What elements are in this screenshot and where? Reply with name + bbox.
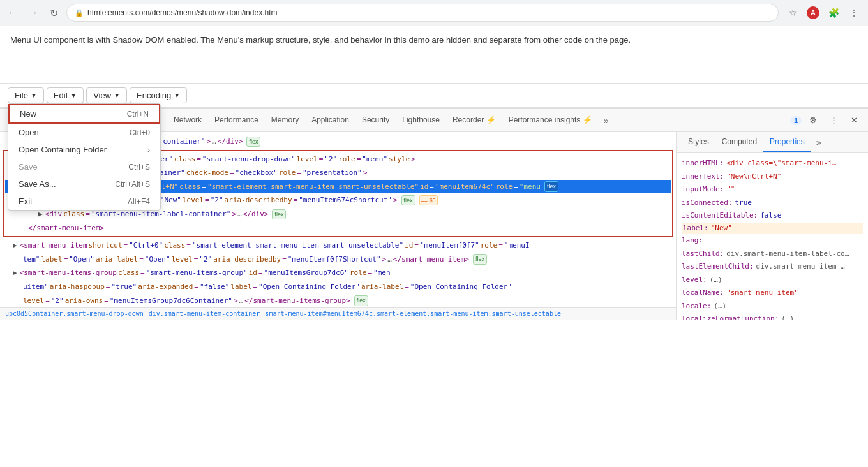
- menu-item-exit-shortcut: Alt+F4: [128, 197, 150, 206]
- tab-application[interactable]: Application: [305, 110, 355, 131]
- menu-item-open-shortcut: Ctrl+0: [130, 128, 150, 137]
- file-menu-label: File: [15, 91, 28, 100]
- devtools-close-icon[interactable]: ✕: [845, 112, 863, 130]
- property-innerhtml: innerHTML: <div class=\"smart-menu-i…: [682, 157, 863, 170]
- menu-bar: File ▼ New Ctrl+N Open Ctrl+0 Open Conta…: [0, 84, 868, 108]
- page-content: Menu UI component is with Shadow DOM ena…: [0, 26, 868, 84]
- profile-icon[interactable]: A: [804, 4, 822, 22]
- element-line[interactable]: </smart-menu-item>: [5, 221, 671, 235]
- encoding-menu-arrow: ▼: [174, 92, 180, 99]
- property-lastelementchild: lastElementChild: div.smart-menu-item-…: [682, 260, 863, 274]
- property-locale: locale: (…): [682, 300, 863, 313]
- menu-item-new[interactable]: New Ctrl+N: [8, 104, 160, 124]
- menu-item-save-shortcut: Ctrl+S: [128, 163, 150, 172]
- bookmark-icon[interactable]: ☆: [784, 4, 802, 22]
- edit-menu-button[interactable]: Edit ▼: [47, 87, 84, 103]
- menu-item-save-as-shortcut: Ctrl+Alt+S: [115, 180, 150, 189]
- lock-icon: 🔒: [75, 9, 84, 17]
- collapse-toggle[interactable]: ▶: [13, 267, 17, 279]
- view-menu-label: View: [93, 91, 111, 100]
- breadcrumb-item[interactable]: div.smart-menu-item-container: [149, 310, 260, 317]
- element-line[interactable]: uitem" aria-haspopup="true" aria-expande…: [0, 280, 676, 294]
- menu-item-open-label: Open: [19, 128, 39, 137]
- menu-item-save-label: Save: [19, 162, 38, 172]
- breadcrumb-bar: upc0d5Container.smart-menu-drop-down div…: [0, 307, 676, 320]
- menu-dots-icon[interactable]: ⋮: [845, 4, 863, 22]
- menu-item-save-as-label: Save As...: [19, 179, 56, 189]
- property-label: label: "New": [682, 223, 863, 235]
- file-menu-arrow: ▼: [31, 92, 37, 99]
- menu-item-save: Save Ctrl+S: [8, 158, 160, 175]
- view-menu-button[interactable]: View ▼: [86, 87, 127, 103]
- property-inputmode: inputMode: "": [682, 183, 863, 196]
- submenu-arrow-icon: ›: [147, 145, 150, 154]
- menu-item-open[interactable]: Open Ctrl+0: [8, 124, 160, 141]
- console-badge: 1: [790, 116, 802, 125]
- collapse-toggle[interactable]: ▶: [13, 240, 17, 251]
- tab-security[interactable]: Security: [355, 110, 396, 131]
- menu-item-save-as[interactable]: Save As... Ctrl+Alt+S: [8, 175, 160, 193]
- tab-lighthouse[interactable]: Lighthouse: [396, 110, 446, 131]
- menu-item-exit[interactable]: Exit Alt+F4: [8, 193, 160, 210]
- devtools-toolbar-icons: 1 ⚙ ⋮ ✕: [790, 112, 863, 130]
- page-description: Menu UI component is with Shadow DOM ena…: [10, 35, 631, 45]
- encoding-menu-button[interactable]: Encoding ▼: [130, 87, 187, 103]
- element-line[interactable]: ▶ <smart-menu-items-group class="smart-m…: [0, 266, 676, 280]
- property-isconnected: isConnected: true: [682, 196, 863, 210]
- property-level: level: (…): [682, 274, 863, 287]
- address-bar[interactable]: 🔒 htmlelements.com/demos/menu/shadow-dom…: [66, 4, 779, 22]
- menu-item-open-folder-label: Open Containing Folder: [19, 145, 107, 154]
- menu-item-new-shortcut: Ctrl+N: [127, 110, 149, 119]
- property-innertext: innerText: "New\nCtrl+N": [682, 170, 863, 184]
- property-lang: lang:: [682, 234, 863, 248]
- menu-item-exit-label: Exit: [19, 196, 33, 206]
- element-line[interactable]: level="2" aria-owns="menuItemsGroup7dc6C…: [0, 294, 676, 307]
- breadcrumb-item[interactable]: smart-menu-item#menuItem674c.smart-eleme…: [265, 310, 561, 317]
- back-button[interactable]: ←: [5, 5, 20, 20]
- property-lastchild: lastChild: div.smart-menu-item-label-co…: [682, 248, 863, 261]
- tab-styles[interactable]: Styles: [682, 132, 715, 152]
- app-area: File ▼ New Ctrl+N Open Ctrl+0 Open Conta…: [0, 84, 868, 108]
- tab-recorder[interactable]: Recorder ⚡: [446, 110, 502, 131]
- devtools-more-icon[interactable]: ⋮: [825, 112, 842, 130]
- forward-button[interactable]: →: [26, 5, 41, 20]
- url-text: htmlelements.com/demos/menu/shadow-dom/i…: [87, 8, 277, 17]
- more-tabs-button[interactable]: »: [601, 113, 611, 128]
- view-menu-arrow: ▼: [114, 92, 120, 99]
- property-localname: localName: "smart-menu-item": [682, 286, 863, 300]
- tab-computed[interactable]: Computed: [715, 132, 763, 152]
- file-menu-container: File ▼ New Ctrl+N Open Ctrl+0 Open Conta…: [8, 87, 44, 103]
- browser-toolbar: ← → ↻ 🔒 htmlelements.com/demos/menu/shad…: [0, 0, 868, 26]
- browser-icons: ☆ A 🧩 ⋮: [784, 4, 863, 22]
- property-localizeformatfunction: localizeFormatFunction: (…): [682, 313, 863, 320]
- encoding-menu-label: Encoding: [137, 91, 171, 100]
- element-line[interactable]: tem" label="Open" aria-label="Open" leve…: [0, 253, 676, 267]
- tab-performance-insights[interactable]: Performance insights ⚡: [502, 110, 599, 131]
- edit-menu-label: Edit: [54, 91, 68, 100]
- extension-icon[interactable]: 🧩: [825, 4, 842, 22]
- property-iscontenteditable: isContentEditable: false: [682, 209, 863, 223]
- edit-menu-arrow: ▼: [70, 92, 77, 99]
- right-panel-tabs: Styles Computed Properties »: [677, 132, 868, 153]
- right-panel-more-button[interactable]: »: [814, 135, 824, 150]
- file-dropdown-menu: New Ctrl+N Open Ctrl+0 Open Containing F…: [8, 103, 161, 211]
- right-panel-content: innerHTML: <div class=\"smart-menu-i… in…: [677, 153, 868, 320]
- menu-item-new-label: New: [20, 109, 36, 119]
- file-menu-button[interactable]: File ▼: [8, 87, 44, 103]
- tab-properties[interactable]: Properties: [763, 132, 811, 152]
- tab-performance[interactable]: Performance: [208, 110, 265, 131]
- menu-item-open-folder[interactable]: Open Containing Folder ›: [8, 141, 160, 158]
- right-panel: Styles Computed Properties » innerHTML: …: [677, 132, 868, 320]
- tab-memory[interactable]: Memory: [265, 110, 305, 131]
- devtools-settings-icon[interactable]: ⚙: [804, 112, 822, 130]
- refresh-button[interactable]: ↻: [46, 5, 61, 20]
- element-line[interactable]: ▶ <smart-menu-item shortcut="Ctrl+0" cla…: [0, 239, 676, 253]
- tab-network[interactable]: Network: [167, 110, 208, 131]
- breadcrumb-item[interactable]: upc0d5Container.smart-menu-drop-down: [5, 310, 144, 317]
